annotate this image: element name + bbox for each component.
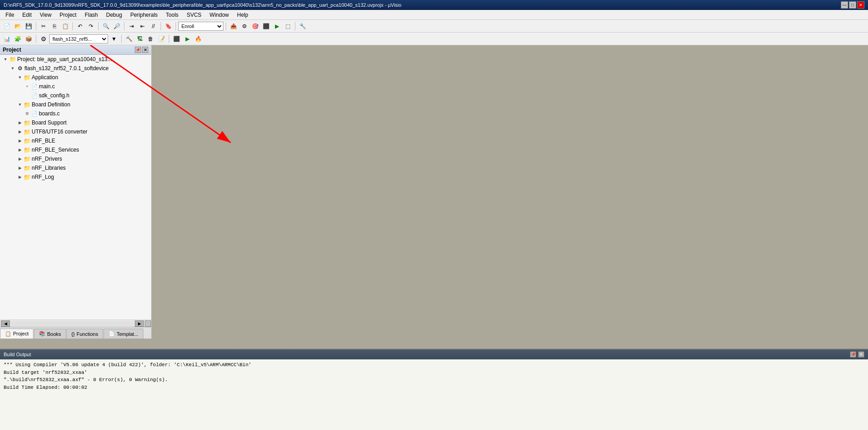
main-c-toggle: + — [24, 83, 31, 90]
tab-templates-icon: 📄 — [109, 331, 115, 337]
nrf-drivers-toggle[interactable]: ▶ — [16, 155, 24, 162]
group-utf-converter[interactable]: ▶ 📁 UTF8/UTF16 converter — [0, 127, 151, 136]
enroll-dropdown[interactable]: Enroll — [178, 22, 223, 31]
tab-functions[interactable]: {} Functions — [66, 329, 103, 339]
target-options-button[interactable]: ⚙ — [38, 34, 48, 44]
scroll-right-button[interactable]: ▶ — [135, 320, 144, 327]
group-board-definition[interactable]: ▼ 📁 Board Definition — [0, 100, 151, 109]
menu-file[interactable]: File — [2, 11, 18, 19]
comment-button[interactable]: // — [148, 21, 158, 31]
menu-debug[interactable]: Debug — [103, 11, 126, 19]
rebuild-button[interactable]: 🏗 — [135, 34, 145, 44]
tab-project[interactable]: 📋 Project — [0, 329, 33, 339]
nrf-ble-svc-label: nRF_BLE_Services — [32, 147, 79, 153]
maximize-button[interactable]: □ — [849, 1, 856, 9]
menu-peripherals[interactable]: Peripherals — [127, 11, 161, 19]
copy-button[interactable]: ⎘ — [49, 21, 59, 31]
new-file-button[interactable]: 📄 — [2, 21, 12, 31]
find-in-files-button[interactable]: 🔎 — [112, 21, 122, 31]
utf-toggle[interactable]: ▶ — [16, 128, 24, 135]
scroll-left-button[interactable]: ◀ — [1, 320, 10, 327]
tab-books-icon: 📚 — [39, 331, 45, 337]
target-button[interactable]: 🎯 — [250, 21, 260, 31]
build-output-close-button[interactable]: ✕ — [858, 351, 864, 358]
application-toggle[interactable]: ▼ — [16, 74, 24, 81]
program-button[interactable]: ▶ — [182, 34, 192, 44]
cut-button[interactable]: ✂ — [38, 21, 48, 31]
run-button[interactable]: ▶ — [272, 21, 282, 31]
root-label: Project: ble_app_uart_pca10040_s13... — [17, 56, 112, 62]
menu-flash[interactable]: Flash — [81, 11, 101, 19]
project-props-button[interactable]: 📊 — [2, 34, 12, 44]
project-tree[interactable]: ▼ 📁 Project: ble_app_uart_pca10040_s13..… — [0, 55, 151, 320]
root-toggle-icon[interactable]: ▼ — [2, 56, 9, 63]
tab-books[interactable]: 📚 Books — [34, 329, 66, 339]
scroll-track-h — [11, 321, 134, 326]
nrf-ble-svc-folder-icon: 📁 — [24, 146, 31, 153]
panel-pin-button[interactable]: 📌 — [135, 47, 141, 53]
outdent-button[interactable]: ⇤ — [138, 21, 147, 31]
build-button[interactable]: 🔨 — [124, 34, 134, 44]
menu-view[interactable]: View — [36, 11, 55, 19]
boards-c-toggle: ⚙ — [24, 110, 31, 117]
panel-tabs: 📋 Project 📚 Books {} Functions 📄 Templat… — [0, 327, 151, 339]
menu-window[interactable]: Window — [206, 11, 232, 19]
group-nrf-ble[interactable]: ▶ 📁 nRF_BLE — [0, 136, 151, 145]
toolbar2: 📊 🧩 📦 ⚙ flash_s132_nrf5... ▼ 🔨 🏗 🗑 📝 ⬛ ▶… — [0, 33, 868, 45]
find-button[interactable]: 🔍 — [101, 21, 111, 31]
flash-erase-button[interactable]: 🔥 — [193, 34, 203, 44]
group-nrf-drivers[interactable]: ▶ 📁 nRF_Drivers — [0, 154, 151, 163]
panel-close-button[interactable]: ✕ — [142, 47, 148, 53]
group-nrf-libraries[interactable]: ▶ 📁 nRF_Libraries — [0, 163, 151, 172]
menu-tools[interactable]: Tools — [162, 11, 182, 19]
tab-templates[interactable]: 📄 Templat... — [104, 329, 143, 339]
undo-button[interactable]: ↶ — [75, 21, 85, 31]
group-application[interactable]: ▼ 📁 Application — [0, 73, 151, 82]
settings-button[interactable]: 🔧 — [298, 21, 308, 31]
pack-button[interactable]: 📦 — [24, 34, 33, 44]
translate-button[interactable]: 📝 — [157, 34, 166, 44]
menu-edit[interactable]: Edit — [19, 11, 35, 19]
menu-project[interactable]: Project — [56, 11, 80, 19]
target-select[interactable]: flash_s132_nrf5... — [49, 34, 108, 43]
content-area — [152, 45, 868, 339]
clean-button[interactable]: 🗑 — [146, 34, 156, 44]
tree-root[interactable]: ▼ 📁 Project: ble_app_uart_pca10040_s13..… — [0, 55, 151, 64]
file-boards-c[interactable]: ⚙ 📄 boards.c — [0, 109, 151, 118]
nrf-ble-svc-toggle[interactable]: ▶ — [16, 146, 24, 153]
zoom-button[interactable]: ⬚ — [283, 21, 293, 31]
nrf-log-toggle[interactable]: ▶ — [16, 173, 24, 181]
tree-target[interactable]: ▼ ⚙ flash_s132_nrf52_7.0.1_softdevice — [0, 64, 151, 73]
group-board-support[interactable]: ▶ 📁 Board Support — [0, 118, 151, 127]
save-button[interactable]: 💾 — [24, 21, 33, 31]
horizontal-scrollbar[interactable]: ◀ ▶ — [0, 320, 151, 327]
debug-button[interactable]: ⚙ — [239, 21, 249, 31]
board-def-toggle[interactable]: ▼ — [16, 101, 24, 108]
bookmarks-button[interactable]: 🔖 — [163, 21, 173, 31]
upload-button[interactable]: 📤 — [228, 21, 238, 31]
manage-button[interactable]: ▼ — [109, 34, 119, 44]
stop-build-button[interactable]: ⬛ — [171, 34, 181, 44]
stop-button[interactable]: ⬛ — [261, 21, 271, 31]
menu-svcs[interactable]: SVCS — [183, 11, 205, 19]
build-output-pin-button[interactable]: 📌 — [850, 351, 856, 358]
build-output-content[interactable]: *** Using Compiler 'V5.06 update 4 (buil… — [0, 359, 868, 430]
group-nrf-log[interactable]: ▶ 📁 nRF_Log — [0, 172, 151, 182]
open-button[interactable]: 📂 — [13, 21, 23, 31]
nrf-ble-label: nRF_BLE — [32, 138, 55, 144]
group-nrf-ble-services[interactable]: ▶ 📁 nRF_BLE_Services — [0, 145, 151, 154]
project-panel: Project 📌 ✕ ▼ 📁 Project: ble_app_uart_pc… — [0, 45, 152, 339]
paste-button[interactable]: 📋 — [60, 21, 70, 31]
file-main-c[interactable]: + 📄 main.c — [0, 82, 151, 91]
indent-button[interactable]: ⇥ — [127, 21, 137, 31]
board-sup-toggle[interactable]: ▶ — [16, 119, 24, 126]
file-sdk-config[interactable]: 📄 sdk_config.h — [0, 91, 151, 100]
nrf-ble-toggle[interactable]: ▶ — [16, 137, 24, 144]
nrf-libs-toggle[interactable]: ▶ — [16, 164, 24, 172]
target-toggle-icon[interactable]: ▼ — [9, 65, 16, 72]
component-button[interactable]: 🧩 — [13, 34, 23, 44]
close-button[interactable]: ✕ — [857, 1, 864, 9]
minimize-button[interactable]: — — [841, 1, 848, 9]
redo-button[interactable]: ↷ — [86, 21, 96, 31]
menu-help[interactable]: Help — [233, 11, 252, 19]
